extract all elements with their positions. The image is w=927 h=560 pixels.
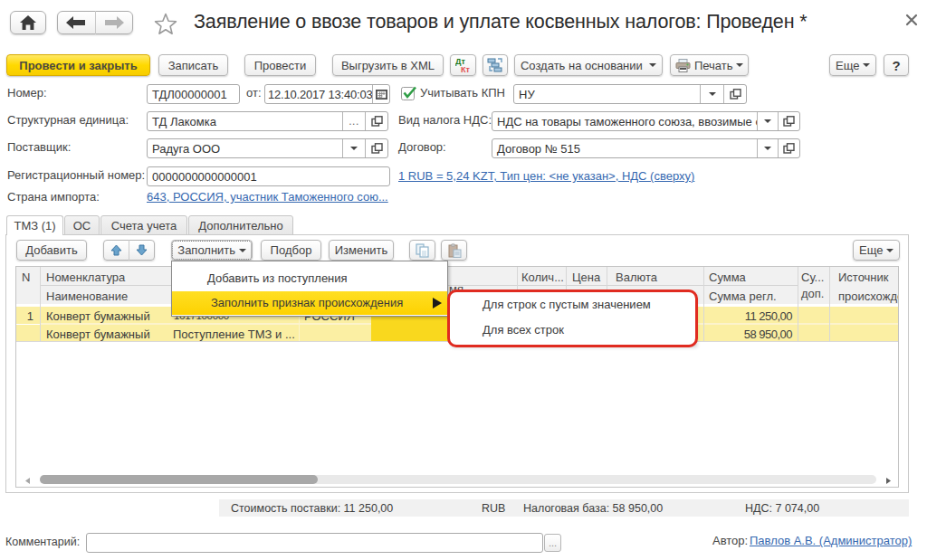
svg-text:Кт: Кт [461,65,470,73]
